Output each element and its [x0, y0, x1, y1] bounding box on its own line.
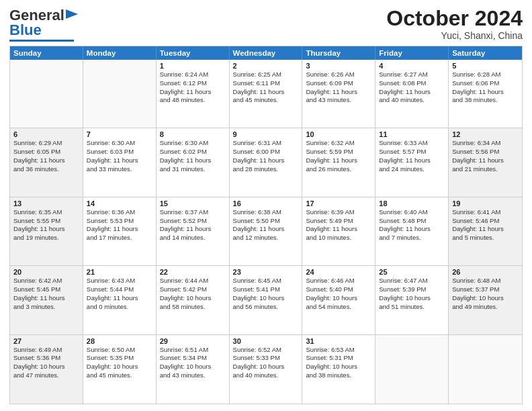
cell-text: Daylight: 10 hours — [160, 363, 226, 371]
cell-text: Sunset: 5:41 PM — [233, 285, 299, 294]
calendar-row-2: 13Sunrise: 6:35 AMSunset: 5:55 PMDayligh… — [10, 197, 522, 266]
day-number: 15 — [160, 199, 226, 208]
cell-text: Daylight: 10 hours — [87, 363, 152, 371]
cell-text: and 49 minutes. — [452, 303, 519, 312]
cell-text: Daylight: 11 hours — [160, 156, 226, 165]
day-number: 17 — [306, 199, 371, 208]
cell-text: Sunset: 5:56 PM — [452, 148, 519, 156]
header: General Blue October 2024 Yuci, Shanxi, … — [9, 7, 523, 42]
cell-text: Sunset: 5:46 PM — [452, 217, 519, 226]
cell-text: and 19 minutes. — [13, 234, 79, 242]
cell-text: and 31 minutes. — [160, 165, 226, 174]
calendar-cell: 5Sunrise: 6:28 AMSunset: 6:06 PMDaylight… — [449, 60, 522, 128]
cell-text: Sunrise: 6:32 AM — [306, 139, 371, 148]
cell-text: Daylight: 11 hours — [87, 294, 152, 303]
day-number: 5 — [452, 62, 519, 70]
day-number: 6 — [13, 130, 79, 138]
cell-text: Daylight: 10 hours — [13, 363, 79, 371]
cell-text: Daylight: 10 hours — [306, 294, 371, 303]
cell-text: and 38 minutes. — [452, 96, 519, 105]
cell-text: Sunrise: 6:46 AM — [306, 277, 371, 285]
calendar-cell: 19Sunrise: 6:41 AMSunset: 5:46 PMDayligh… — [449, 197, 522, 265]
cell-text: Sunrise: 6:39 AM — [306, 208, 371, 217]
day-number: 22 — [160, 268, 226, 276]
cell-text: Daylight: 11 hours — [379, 225, 445, 234]
calendar-cell: 29Sunrise: 6:51 AMSunset: 5:34 PMDayligh… — [157, 335, 230, 404]
day-number: 30 — [233, 337, 299, 345]
cell-text: Sunset: 5:37 PM — [452, 285, 519, 294]
cell-text: Sunset: 5:48 PM — [379, 217, 445, 226]
cell-text: and 33 minutes. — [87, 165, 152, 174]
calendar-row-4: 27Sunrise: 6:49 AMSunset: 5:36 PMDayligh… — [10, 335, 522, 404]
cell-text: Daylight: 11 hours — [306, 225, 371, 234]
cell-text: Sunset: 5:34 PM — [160, 354, 226, 363]
calendar-cell: 8Sunrise: 6:30 AMSunset: 6:02 PMDaylight… — [157, 128, 230, 196]
cell-text: and 36 minutes. — [13, 165, 79, 174]
cell-text: Sunrise: 6:30 AM — [160, 139, 226, 148]
day-number: 29 — [160, 337, 226, 345]
cell-text: Daylight: 11 hours — [379, 156, 445, 165]
cell-text: Sunrise: 6:41 AM — [452, 208, 519, 217]
cell-text: and 58 minutes. — [160, 303, 226, 312]
cell-text: Sunset: 5:33 PM — [233, 354, 299, 363]
cell-text: Daylight: 11 hours — [233, 156, 299, 165]
cell-text: Sunrise: 6:37 AM — [160, 208, 226, 217]
calendar-cell: 12Sunrise: 6:34 AMSunset: 5:56 PMDayligh… — [449, 128, 522, 196]
day-number: 19 — [452, 199, 519, 208]
cell-text: Sunrise: 6:38 AM — [233, 208, 299, 217]
cell-text: Sunrise: 6:48 AM — [452, 277, 519, 285]
cell-text: Sunset: 6:09 PM — [306, 79, 371, 88]
cell-text: Sunset: 5:40 PM — [306, 285, 371, 294]
cell-text: Daylight: 11 hours — [87, 225, 152, 234]
calendar-cell: 11Sunrise: 6:33 AMSunset: 5:57 PMDayligh… — [375, 128, 449, 196]
day-number: 11 — [379, 130, 445, 138]
calendar-cell — [10, 60, 83, 128]
cell-text: Sunset: 6:12 PM — [160, 79, 226, 88]
cell-text: Daylight: 11 hours — [13, 156, 79, 165]
cell-text: and 28 minutes. — [233, 165, 299, 174]
cell-text: Sunset: 5:35 PM — [87, 354, 152, 363]
cell-text: Sunrise: 6:26 AM — [306, 71, 371, 79]
cell-text: Sunset: 5:50 PM — [233, 217, 299, 226]
cell-text: Daylight: 10 hours — [452, 294, 519, 303]
calendar-cell: 23Sunrise: 6:45 AMSunset: 5:41 PMDayligh… — [230, 266, 303, 334]
cell-text: Daylight: 11 hours — [306, 88, 371, 97]
header-day-friday: Friday — [375, 46, 449, 60]
cell-text: Daylight: 11 hours — [87, 156, 152, 165]
calendar-cell: 9Sunrise: 6:31 AMSunset: 6:00 PMDaylight… — [230, 128, 303, 196]
cell-text: and 43 minutes. — [160, 371, 226, 380]
cell-text: Sunset: 5:42 PM — [160, 285, 226, 294]
calendar-cell: 1Sunrise: 6:24 AMSunset: 6:12 PMDaylight… — [157, 60, 230, 128]
cell-text: and 56 minutes. — [233, 303, 299, 312]
cell-text: Daylight: 11 hours — [452, 88, 519, 97]
cell-text: Sunrise: 6:42 AM — [13, 277, 79, 285]
calendar-cell: 6Sunrise: 6:29 AMSunset: 6:05 PMDaylight… — [10, 128, 83, 196]
logo-arrow-icon — [66, 8, 78, 20]
calendar-header: SundayMondayTuesdayWednesdayThursdayFrid… — [10, 46, 522, 60]
cell-text: and 0 minutes. — [87, 303, 152, 312]
day-number: 16 — [233, 199, 299, 208]
cell-text: Sunset: 5:44 PM — [87, 285, 152, 294]
cell-text: Sunset: 6:06 PM — [452, 79, 519, 88]
cell-text: Sunrise: 6:51 AM — [160, 346, 226, 355]
calendar-cell: 26Sunrise: 6:48 AMSunset: 5:37 PMDayligh… — [449, 266, 522, 334]
cell-text: Sunset: 5:55 PM — [13, 217, 79, 226]
calendar-cell: 14Sunrise: 6:36 AMSunset: 5:53 PMDayligh… — [83, 197, 157, 265]
day-number: 9 — [233, 130, 299, 138]
day-number: 27 — [13, 337, 79, 345]
cell-text: Daylight: 10 hours — [233, 294, 299, 303]
logo-underline — [9, 40, 74, 42]
day-number: 21 — [87, 268, 152, 276]
cell-text: Sunrise: 6:24 AM — [160, 71, 226, 79]
calendar-row-0: 1Sunrise: 6:24 AMSunset: 6:12 PMDaylight… — [10, 60, 522, 128]
calendar-cell: 31Sunrise: 6:53 AMSunset: 5:31 PMDayligh… — [302, 335, 375, 404]
cell-text: Sunset: 5:45 PM — [13, 285, 79, 294]
day-number: 26 — [452, 268, 519, 276]
day-number: 2 — [233, 62, 299, 70]
cell-text: and 43 minutes. — [306, 96, 371, 105]
day-number: 1 — [160, 62, 226, 70]
cell-text: Daylight: 11 hours — [13, 294, 79, 303]
header-day-wednesday: Wednesday — [230, 46, 303, 60]
cell-text: Sunrise: 6:30 AM — [87, 139, 152, 148]
day-number: 8 — [160, 130, 226, 138]
